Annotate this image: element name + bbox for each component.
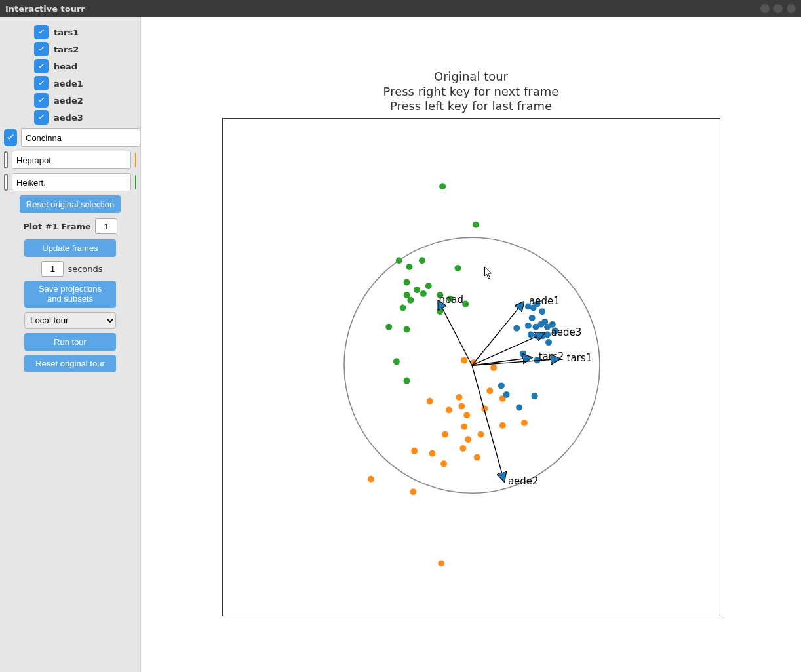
species-checkbox-1[interactable]: [4, 151, 8, 168]
data-point: [459, 445, 466, 451]
sidebar: tars1 tars2 head aede1 aede2 aede3 Reset…: [0, 17, 141, 672]
projection-label-aede2: aede2: [507, 475, 538, 486]
data-point: [463, 412, 470, 418]
species-swatch-1: [135, 153, 136, 167]
data-point: [531, 393, 537, 399]
variable-checkbox-tars1[interactable]: [34, 25, 49, 39]
data-point: [456, 393, 462, 400]
variable-label: tars2: [54, 45, 79, 54]
plot-box[interactable]: headaede1aede3tars2tars1aede2: [222, 118, 720, 616]
data-point: [461, 423, 467, 429]
titlebar: Interactive tourr: [0, 0, 801, 17]
tour-type-select[interactable]: Local tour: [24, 312, 116, 329]
projection-vector-aede2: [472, 365, 504, 481]
data-point: [490, 365, 497, 371]
data-point: [545, 339, 552, 346]
data-point: [442, 431, 448, 437]
data-point: [472, 221, 479, 227]
seconds-label: seconds: [68, 264, 102, 274]
data-point: [385, 323, 392, 330]
data-point: [367, 475, 374, 482]
data-point: [486, 387, 493, 394]
species-swatch-2: [135, 175, 136, 189]
species-input-1[interactable]: [12, 151, 131, 169]
variable-label: head: [54, 62, 77, 71]
data-point: [439, 183, 446, 189]
data-point: [499, 422, 505, 428]
data-point: [429, 450, 435, 456]
projection-label-aede1: aede1: [529, 295, 560, 307]
data-point: [425, 283, 431, 289]
data-point: [473, 454, 480, 460]
data-point: [516, 404, 522, 410]
data-point: [438, 560, 444, 566]
plot-area: Original tour Press right key for next f…: [141, 17, 801, 672]
data-point: [440, 460, 447, 467]
data-point: [520, 350, 526, 357]
run-tour-button[interactable]: Run tour: [24, 333, 116, 351]
maximize-icon[interactable]: [773, 4, 783, 13]
species-input-0[interactable]: [21, 128, 140, 147]
data-point: [406, 264, 412, 270]
projection-label-tars2: tars2: [538, 351, 564, 363]
reset-selection-button[interactable]: Reset original selection: [20, 195, 121, 213]
projection-label-tars1: tars1: [566, 352, 592, 364]
data-point: [420, 290, 426, 297]
data-point: [410, 488, 416, 495]
species-checkbox-2[interactable]: [4, 174, 8, 191]
data-point: [403, 326, 410, 332]
data-point: [539, 308, 545, 315]
variable-checkbox-aede3[interactable]: [34, 110, 49, 125]
variable-label: aede2: [54, 96, 83, 106]
data-point: [528, 315, 535, 321]
data-point: [520, 419, 527, 425]
data-point: [544, 331, 551, 338]
reset-tour-button[interactable]: Reset original tour: [24, 355, 116, 372]
data-point: [458, 403, 465, 409]
projection-vector-head: [439, 301, 472, 365]
projection-label-head: head: [439, 293, 463, 305]
data-point: [411, 447, 418, 454]
data-point: [393, 358, 399, 365]
cursor-icon: [484, 267, 491, 279]
close-icon[interactable]: [787, 4, 796, 13]
data-point: [498, 382, 504, 389]
data-point: [461, 357, 467, 363]
data-point: [454, 265, 461, 271]
data-point: [407, 296, 414, 303]
chart-title: Original tour Press right key for next f…: [141, 69, 801, 114]
update-frames-button[interactable]: Update frames: [24, 239, 116, 257]
frame-label: Plot #1 Frame: [23, 222, 91, 231]
data-point: [537, 321, 544, 327]
species-input-2[interactable]: [12, 173, 131, 191]
window-title: Interactive tourr: [5, 4, 756, 14]
variable-checkbox-head[interactable]: [34, 59, 49, 73]
data-point: [513, 325, 520, 331]
variable-label: aede1: [54, 79, 83, 89]
data-point: [477, 431, 484, 437]
data-point: [414, 287, 420, 293]
data-point: [403, 377, 410, 384]
variable-checkbox-aede1[interactable]: [34, 76, 49, 90]
data-point: [524, 322, 531, 328]
data-point: [437, 308, 443, 315]
variable-label: tars1: [54, 28, 79, 37]
data-point: [399, 304, 406, 311]
data-point: [426, 397, 433, 404]
data-point: [418, 257, 425, 264]
variable-checkbox-aede2[interactable]: [34, 93, 49, 108]
minimize-icon[interactable]: [760, 4, 770, 13]
data-point: [527, 331, 534, 338]
save-projections-button[interactable]: Save projections and subsets: [24, 281, 116, 308]
data-point: [395, 257, 402, 264]
data-point: [445, 406, 452, 413]
projection-label-aede3: aede3: [551, 326, 581, 338]
species-checkbox-0[interactable]: [4, 129, 17, 146]
data-point: [503, 391, 509, 398]
data-point: [403, 279, 410, 285]
variable-checkbox-tars2[interactable]: [34, 42, 49, 56]
variable-label: aede3: [54, 113, 83, 123]
projection-vector-aede1: [472, 302, 523, 365]
frame-input[interactable]: [95, 218, 117, 234]
seconds-input[interactable]: [41, 261, 64, 277]
